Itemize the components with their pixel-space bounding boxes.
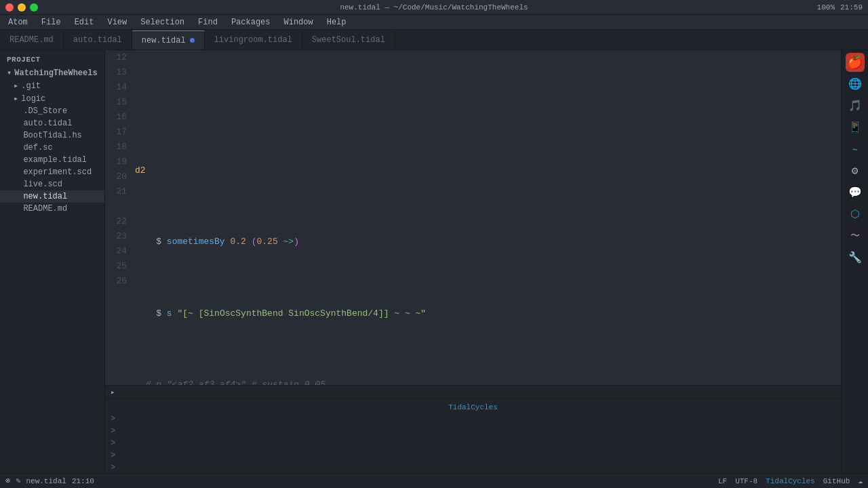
sidebar-item-experiment-scd[interactable]: experiment.scd <box>0 166 104 178</box>
tidal-cycles-label: TidalCycles <box>111 402 835 413</box>
line-num-21b <box>105 199 127 214</box>
current-file-name: new.tidal <box>26 477 66 485</box>
grammar-name[interactable]: TidalCycles <box>766 477 815 485</box>
title-bar: new.tidal — ~/Code/Music/WatchingTheWhee… <box>0 0 868 15</box>
line-num-22: 22 <box>105 214 127 229</box>
sidebar-item-git[interactable]: ▸ .git <box>0 79 104 92</box>
title-bar-right: 100% 21:59 <box>817 3 863 12</box>
github-status[interactable]: GitHub <box>823 477 850 485</box>
sidebar-item-auto-tidal[interactable]: auto.tidal <box>0 117 104 129</box>
terminal-line-2: > <box>111 425 835 437</box>
dock-icon-1[interactable]: 🍎 <box>846 53 865 72</box>
dock-icon-messages[interactable]: 💬 <box>846 183 865 202</box>
encoding: UTF-8 <box>735 477 757 485</box>
terminal-panel: ▸ TidalCycles > > > > > <box>105 385 841 473</box>
menu-help[interactable]: Help <box>324 18 349 27</box>
code-editor[interactable]: 12 13 14 15 16 17 18 19 20 21 22 23 24 2… <box>105 50 841 385</box>
close-button[interactable] <box>5 3 14 12</box>
chevron-right-icon: ▸ <box>14 81 18 91</box>
dock-icon-chrome[interactable]: 🌐 <box>846 75 865 94</box>
editor-area: 12 13 14 15 16 17 18 19 20 21 22 23 24 2… <box>105 50 841 473</box>
status-bar-right: LF UTF-8 TidalCycles GitHub ☁ <box>718 476 863 485</box>
maximize-button[interactable] <box>30 3 38 12</box>
dock-icon-music[interactable]: 🎵 <box>846 96 865 115</box>
tab-auto-tidal[interactable]: auto.tidal <box>64 30 132 49</box>
line-num-24: 24 <box>105 244 127 259</box>
sidebar-item-live-scd[interactable]: live.scd <box>0 178 104 190</box>
minimize-button[interactable] <box>18 3 26 12</box>
sidebar-item-logic[interactable]: ▸ logic <box>0 92 104 105</box>
code-line-15: $ s "[~ [SinOscSynthBend SinOscSynthBend… <box>135 306 838 321</box>
line-num-17: 17 <box>105 125 127 140</box>
dock-icon-apps[interactable]: 📱 <box>846 118 865 137</box>
line-num-19: 19 <box>105 155 127 169</box>
edit-status-icon[interactable]: ✎ <box>16 476 20 486</box>
terminal-content[interactable]: TidalCycles > > > > > <box>105 399 841 473</box>
line-num-18: 18 <box>105 140 127 155</box>
sidebar: Project ▾ WatchingTheWheels ▸ .git ▸ log… <box>0 50 105 473</box>
sidebar-item-root[interactable]: ▾ WatchingTheWheels <box>0 66 104 79</box>
line-ending: LF <box>718 477 727 485</box>
code-line-16: # n "<af2,af3,af4>" # sustain 0.05 <box>135 378 838 385</box>
menu-window[interactable]: Window <box>281 18 315 27</box>
menu-selection[interactable]: Selection <box>138 18 187 27</box>
code-line-13: d2 <box>135 164 838 179</box>
terminal-line-1: > <box>111 413 835 425</box>
sidebar-item-ds-store[interactable]: .DS_Store <box>0 105 104 117</box>
terminal-line-3: > <box>111 437 835 449</box>
tab-sweetsoul-tidal[interactable]: SweetSoul.tidal <box>302 30 395 49</box>
tab-livingroom-tidal[interactable]: livingroom.tidal <box>205 30 302 49</box>
terminal-line-5: > <box>111 462 835 473</box>
dock-icon-tidal2[interactable]: 〜 <box>846 226 865 245</box>
menu-file[interactable]: File <box>39 18 64 27</box>
menu-view[interactable]: View <box>104 18 130 27</box>
dock-icon-gear[interactable]: 🔧 <box>846 248 865 267</box>
sidebar-item-def-sc[interactable]: def.sc <box>0 142 104 154</box>
chevron-right-icon: ▸ <box>14 94 18 104</box>
terminal-label: ▸ <box>111 388 115 396</box>
sidebar-header: Project <box>0 50 104 66</box>
line-num-16: 16 <box>105 110 127 125</box>
line-num-23: 23 <box>105 229 127 244</box>
sidebar-item-readme[interactable]: README.md <box>0 203 104 215</box>
modified-indicator <box>190 38 195 43</box>
chevron-down-icon: ▾ <box>7 68 12 78</box>
window-title: new.tidal — ~/Code/Music/WatchingTheWhee… <box>340 3 528 12</box>
dock-icon-settings[interactable]: ⚙️ <box>846 161 865 180</box>
dock-icon-vscode[interactable]: ⬡ <box>846 205 865 224</box>
menu-bar: Atom File Edit View Selection Find Packa… <box>0 15 868 30</box>
tab-bar: README.md auto.tidal new.tidal livingroo… <box>0 30 868 50</box>
code-line-12 <box>135 92 838 107</box>
sidebar-item-example-tidal[interactable]: example.tidal <box>0 154 104 166</box>
menu-find[interactable]: Find <box>195 18 220 27</box>
dock-icon-tidal[interactable]: ～ <box>846 140 865 159</box>
tab-readme[interactable]: README.md <box>0 30 64 49</box>
line-num-15: 15 <box>105 95 127 110</box>
line-num-12: 12 <box>105 50 127 65</box>
main-layout: Project ▾ WatchingTheWheels ▸ .git ▸ log… <box>0 50 868 473</box>
code-content[interactable]: d2 $ sometimesBy 0.2 ( 0.25 ~> ) <box>132 50 841 385</box>
sidebar-item-boottidal[interactable]: BootTidal.hs <box>0 129 104 142</box>
battery-status: 100% <box>817 3 835 12</box>
line-num-25: 25 <box>105 259 127 274</box>
menu-packages[interactable]: Packages <box>229 18 273 27</box>
terminal-line-4: > <box>111 449 835 462</box>
line-num-20: 20 <box>105 169 127 184</box>
token-d2: d2 <box>135 164 146 178</box>
cursor-position: 21:10 <box>72 477 94 485</box>
line-numbers: 12 13 14 15 16 17 18 19 20 21 22 23 24 2… <box>105 50 132 385</box>
status-bar: ⊗ ✎ new.tidal 21:10 LF UTF-8 TidalCycles… <box>0 473 868 488</box>
menu-atom[interactable]: Atom <box>5 18 31 27</box>
line-num-26: 26 <box>105 274 127 289</box>
code-line-14: $ sometimesBy 0.2 ( 0.25 ~> ) <box>135 235 838 250</box>
sidebar-item-new-tidal[interactable]: new.tidal <box>0 190 104 203</box>
line-num-13: 13 <box>105 65 127 80</box>
menu-edit[interactable]: Edit <box>72 18 97 27</box>
window-controls[interactable] <box>5 3 38 12</box>
close-status-icon[interactable]: ⊗ <box>5 476 10 486</box>
clock: 21:59 <box>840 3 863 12</box>
line-num-14: 14 <box>105 80 127 95</box>
status-bar-left: ⊗ ✎ new.tidal 21:10 <box>5 476 94 486</box>
terminal-bar: ▸ <box>105 386 841 399</box>
tab-new-tidal[interactable]: new.tidal <box>132 30 205 49</box>
